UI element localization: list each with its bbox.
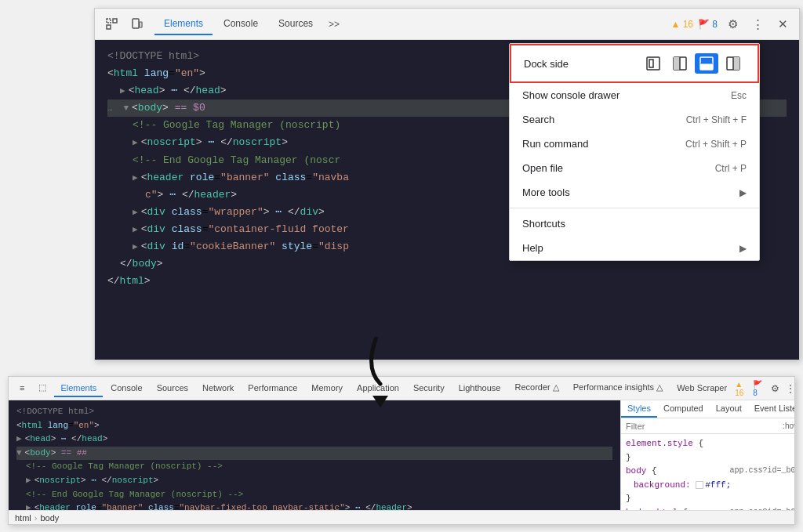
bottom-toolbar-right: ▲ 16 🚩 8 ⚙ ⋮ ✕ bbox=[735, 380, 803, 397]
settings-btn[interactable]: ⚙ bbox=[722, 14, 743, 34]
svg-marker-16 bbox=[372, 396, 388, 407]
dock-icons bbox=[641, 53, 745, 74]
styles-tab-event-listeners[interactable]: Event Listeners bbox=[748, 400, 794, 418]
style-rule: } bbox=[626, 451, 794, 465]
bhtml-line: <!-- Google Tag Manager (noscript) --> bbox=[26, 460, 612, 474]
style-rule: } bbox=[626, 492, 794, 506]
close-devtools-btn[interactable]: ✕ bbox=[772, 14, 793, 34]
tab-bar: Elements Console Sources >> bbox=[154, 13, 344, 35]
bottom-warning-badge[interactable]: ▲ 16 bbox=[735, 380, 750, 397]
bottom-tab-memory[interactable]: Memory bbox=[305, 380, 349, 397]
toolbar-right: ▲ 16 🚩 8 ⚙ ⋮ ✕ bbox=[670, 14, 793, 34]
bottom-tab-webscraper[interactable]: Web Scraper bbox=[670, 380, 733, 397]
top-toolbar: Elements Console Sources >> ▲ 16 🚩 8 ⚙ ⋮… bbox=[95, 9, 799, 40]
svg-rect-6 bbox=[649, 60, 653, 67]
bottom-html-tree: <!DOCTYPE html> <html lang="en"> ▶<head>… bbox=[9, 400, 620, 510]
styles-filter-row: :hov .cls + ⊞ ⊠ bbox=[621, 418, 794, 434]
bhtml-line: ▶<header role="banner" class="navbar-fix… bbox=[26, 501, 612, 510]
svg-rect-8 bbox=[674, 57, 680, 70]
dock-right-btn[interactable] bbox=[721, 53, 745, 74]
tab-console[interactable]: Console bbox=[214, 13, 267, 35]
bottom-tab-security[interactable]: Security bbox=[407, 380, 451, 397]
bhtml-line[interactable]: ▼<body> == ## bbox=[16, 447, 612, 461]
info-badge[interactable]: 🚩 8 bbox=[698, 19, 718, 30]
menu-item-run-command[interactable]: Run command Ctrl + Shift + P bbox=[510, 132, 759, 156]
styles-tab-layout[interactable]: Layout bbox=[710, 400, 748, 418]
svg-rect-2 bbox=[113, 19, 117, 23]
menu-item-open-file[interactable]: Open file Ctrl + P bbox=[510, 156, 759, 180]
svg-rect-0 bbox=[107, 19, 111, 23]
styles-tab-computed[interactable]: Computed bbox=[657, 400, 710, 418]
svg-rect-3 bbox=[133, 19, 139, 28]
dock-bottom-btn[interactable] bbox=[695, 53, 718, 74]
styles-content: element.style { } body { app.css?id=_b0f… bbox=[621, 434, 794, 510]
bottom-tab-recorder[interactable]: Recorder △ bbox=[508, 379, 565, 397]
bottom-content: <!DOCTYPE html> <html lang="en"> ▶<head>… bbox=[9, 400, 794, 510]
svg-rect-11 bbox=[700, 63, 713, 70]
bottom-settings-btn[interactable]: ⚙ bbox=[768, 381, 781, 396]
bhtml-line: ▶<noscript> ⋯ </noscript> bbox=[26, 474, 612, 488]
style-rule: element.style { bbox=[626, 437, 794, 451]
hov-btn[interactable]: :hov bbox=[783, 422, 794, 430]
menu-item-show-console[interactable]: Show console drawer Esc bbox=[510, 83, 759, 107]
filter-icons: :hov .cls + ⊞ ⊠ bbox=[783, 421, 794, 431]
bottom-info-badge[interactable]: 🚩 8 bbox=[753, 380, 765, 397]
dock-left-btn[interactable] bbox=[668, 53, 692, 74]
bhtml-line: <html lang="en"> bbox=[16, 419, 612, 433]
dropdown-menu: Dock side Show console drawer Esc Search bbox=[509, 43, 760, 261]
bottom-tab-elements[interactable]: Elements bbox=[54, 380, 103, 397]
menu-item-more-tools[interactable]: More tools ▶ bbox=[510, 180, 759, 204]
style-source: app.css?id=_b0f0cff6:12 bbox=[729, 465, 794, 477]
menu-divider bbox=[510, 208, 759, 208]
bottom-tab-device[interactable]: ⬚ bbox=[32, 379, 53, 397]
bottom-tab-performance[interactable]: Performance bbox=[242, 380, 303, 397]
bottom-tab-network[interactable]: Network bbox=[196, 380, 240, 397]
style-prop-row: background: #fff; bbox=[626, 479, 794, 493]
svg-rect-14 bbox=[733, 57, 739, 70]
style-rule: body { app.css?id=_b0f0cff6:12 bbox=[626, 465, 794, 479]
tab-more-btn[interactable]: >> bbox=[324, 16, 344, 33]
bhtml-line: <!-- End Google Tag Manager (noscript) -… bbox=[26, 488, 612, 502]
breadcrumb-body[interactable]: body bbox=[40, 513, 59, 523]
bottom-tab-console[interactable]: Console bbox=[104, 380, 148, 397]
device-toolbar-btn[interactable] bbox=[126, 13, 148, 35]
warning-badge[interactable]: ▲ 16 bbox=[670, 19, 693, 30]
tab-sources[interactable]: Sources bbox=[269, 13, 322, 35]
bhtml-line: <!DOCTYPE html> bbox=[16, 405, 612, 419]
menu-item-help[interactable]: Help ▶ bbox=[510, 236, 759, 260]
breadcrumb-separator: › bbox=[35, 513, 38, 523]
svg-rect-4 bbox=[140, 22, 142, 27]
dock-undock-btn[interactable] bbox=[641, 53, 665, 74]
arrow-indicator bbox=[349, 337, 412, 411]
bhtml-line: ▶<head> ⋯ </head> bbox=[16, 432, 612, 447]
bottom-tab-perf-insights[interactable]: Performance insights △ bbox=[567, 379, 669, 397]
breadcrumb: html › body bbox=[9, 510, 794, 524]
tab-elements[interactable]: Elements bbox=[154, 13, 213, 35]
bottom-tab-lighthouse[interactable]: Lighthouse bbox=[452, 380, 507, 397]
svg-rect-1 bbox=[107, 25, 111, 29]
bottom-tab-sources[interactable]: Sources bbox=[151, 380, 194, 397]
inspect-element-btn[interactable] bbox=[101, 13, 123, 35]
dock-side-section: Dock side bbox=[510, 44, 759, 83]
bottom-close-btn[interactable]: ✕ bbox=[800, 381, 803, 396]
breadcrumb-html[interactable]: html bbox=[15, 513, 31, 523]
bottom-tab-inspect[interactable]: ≡ bbox=[13, 380, 31, 397]
more-options-btn[interactable]: ⋮ bbox=[747, 14, 768, 34]
styles-panel: Styles Computed Layout Event Listeners >… bbox=[620, 400, 794, 510]
menu-item-shortcuts[interactable]: Shortcuts bbox=[510, 212, 759, 236]
menu-item-search[interactable]: Search Ctrl + Shift + F bbox=[510, 107, 759, 132]
styles-tabs: Styles Computed Layout Event Listeners >… bbox=[621, 400, 794, 418]
html-line: </html> bbox=[107, 273, 787, 290]
styles-tab-styles[interactable]: Styles bbox=[621, 400, 657, 418]
dock-side-label: Dock side bbox=[524, 58, 634, 70]
bottom-more-btn[interactable]: ⋮ bbox=[784, 381, 797, 396]
styles-filter-input[interactable] bbox=[626, 422, 779, 431]
